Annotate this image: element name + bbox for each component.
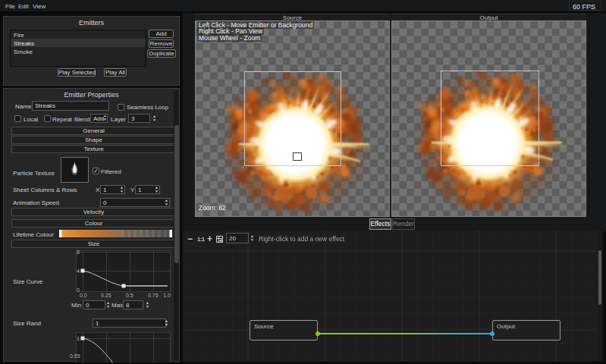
svg-text:0.0: 0.0	[80, 293, 87, 298]
svg-text:0: 0	[77, 287, 80, 293]
svg-text:0.75: 0.75	[148, 293, 159, 298]
svg-text:4: 4	[77, 268, 80, 274]
svg-text:8: 8	[77, 249, 80, 255]
svg-text:0.55: 0.55	[70, 353, 80, 359]
svg-text:1: 1	[77, 336, 80, 341]
svg-text:0.5: 0.5	[126, 293, 133, 298]
svg-text:1.0: 1.0	[163, 293, 171, 298]
svg-text:0.25: 0.25	[101, 293, 111, 298]
